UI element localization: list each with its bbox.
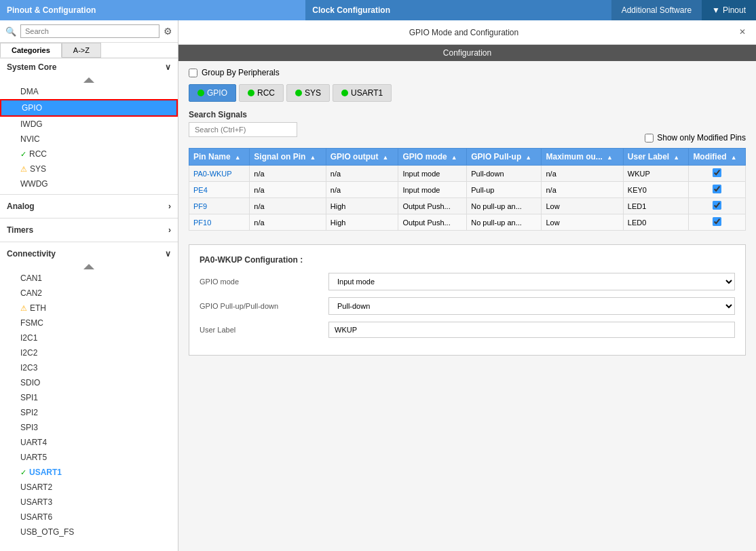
sys-label: SYS [30, 164, 46, 174]
cell-1-modified[interactable] [689, 182, 746, 198]
sidebar-item-usb-otg[interactable]: USB_OTG_FS [0, 525, 178, 539]
table-row[interactable]: PA0-WKUPn/an/aInput modePull-downn/aWKUP [189, 166, 746, 182]
sidebar-item-can2[interactable]: CAN2 [0, 286, 178, 301]
tab-categories[interactable]: Categories [0, 43, 62, 58]
cell-2-6: LED1 [623, 198, 689, 214]
sidebar-item-dma[interactable]: DMA [0, 84, 178, 99]
user-label-input[interactable] [328, 322, 735, 338]
cell-1-1: n/a [250, 182, 326, 198]
search-signals-label: Search Signals [189, 110, 297, 119]
cell-3-modified[interactable] [689, 214, 746, 231]
th-signal[interactable]: Signal on Pin ▲ [250, 149, 326, 166]
cell-0-2: n/a [326, 166, 398, 182]
gpio-mode-select[interactable]: Input modeOutput Push-PullOutput Open-Dr… [328, 273, 735, 290]
sidebar-item-uart5[interactable]: UART5 [0, 450, 178, 465]
sidebar-item-rcc[interactable]: ✓ RCC [0, 147, 178, 162]
config-area: Group By Peripherals GPIO RCC SYS [178, 61, 756, 551]
sidebar-item-eth[interactable]: ⚠ ETH [0, 301, 178, 316]
search-signals-input[interactable] [189, 122, 297, 137]
sidebar-item-i2c2[interactable]: I2C2 [0, 345, 178, 360]
cell-2-3: Output Push... [398, 198, 467, 214]
cell-1-5: n/a [542, 182, 623, 198]
cell-2-2: High [326, 198, 398, 214]
divider-1 [0, 194, 178, 195]
th-gpio-mode[interactable]: GPIO mode ▲ [398, 149, 467, 166]
cell-3-0: PF10 [189, 214, 250, 231]
sort-arrow-gpio-output: ▲ [382, 154, 388, 161]
sidebar-item-gpio[interactable]: GPIO [0, 99, 178, 117]
i2c3-label: I2C3 [20, 363, 37, 373]
sidebar-item-sys[interactable]: ⚠ SYS [0, 162, 178, 176]
i2c1-label: I2C1 [20, 333, 37, 343]
gpio-tabs-row: GPIO RCC SYS USART1 [189, 84, 746, 102]
section-system-core-header[interactable]: System Core ∨ [0, 58, 178, 76]
system-core-label: System Core [7, 62, 56, 72]
section-connectivity-header[interactable]: Connectivity ∨ [0, 245, 178, 263]
sidebar-item-usart3[interactable]: USART3 [0, 495, 178, 510]
tab-rcc[interactable]: RCC [239, 84, 284, 102]
sidebar-item-nvic[interactable]: NVIC [0, 132, 178, 147]
tab-az[interactable]: A->Z [62, 43, 101, 58]
sidebar-item-can1[interactable]: CAN1 [0, 271, 178, 286]
scroll-up-btn[interactable] [0, 76, 178, 84]
table-row[interactable]: PF10n/aHighOutput Push...No pull-up an..… [189, 214, 746, 231]
gear-icon[interactable]: ⚙ [164, 26, 172, 37]
sidebar-item-usart2[interactable]: USART2 [0, 480, 178, 495]
tab-gpio[interactable]: GPIO [189, 84, 236, 102]
left-title-text: Pinout & Configuration [7, 5, 96, 15]
sidebar-item-uart4[interactable]: UART4 [0, 435, 178, 450]
th-pin-name[interactable]: Pin Name ▲ [189, 149, 250, 166]
table-row[interactable]: PF9n/aHighOutput Push...No pull-up an...… [189, 198, 746, 214]
th-user-label[interactable]: User Label ▲ [623, 149, 689, 166]
th-max-output[interactable]: Maximum ou... ▲ [542, 149, 623, 166]
dma-label: DMA [20, 87, 39, 96]
sort-arrow-max-output: ▲ [607, 154, 613, 161]
pinout-btn[interactable]: ▼ Pinout [702, 0, 756, 20]
gpio-pull-label: GPIO Pull-up/Pull-down [200, 302, 322, 310]
tab-sys[interactable]: SYS [286, 84, 330, 102]
th-gpio-output[interactable]: GPIO output ▲ [326, 149, 398, 166]
table-row[interactable]: PE4n/an/aInput modePull-upn/aKEY0 [189, 182, 746, 198]
sidebar-item-fsmc[interactable]: FSMC [0, 316, 178, 330]
cell-2-modified[interactable] [689, 198, 746, 214]
chevron-right-icon-timers: › [168, 225, 171, 235]
modified-checkbox-0[interactable] [713, 168, 721, 177]
sidebar-item-usart1[interactable]: ✓ USART1 [0, 465, 178, 480]
right-title-text: Clock Configuration [312, 5, 390, 15]
show-modified-checkbox[interactable] [645, 134, 654, 142]
sidebar-item-spi3[interactable]: SPI3 [0, 420, 178, 435]
scroll-up-arrow-connectivity [83, 264, 94, 269]
sidebar-item-wwdg[interactable]: WWDG [0, 176, 178, 191]
sidebar-item-spi1[interactable]: SPI1 [0, 390, 178, 405]
close-icon[interactable]: ✕ [739, 27, 746, 37]
section-timers-header[interactable]: Timers › [0, 221, 178, 239]
scroll-up-btn-connectivity[interactable] [0, 263, 178, 271]
sidebar-item-i2c1[interactable]: I2C1 [0, 330, 178, 345]
sidebar-item-usart6[interactable]: USART6 [0, 510, 178, 525]
section-analog-header[interactable]: Analog › [0, 197, 178, 215]
tab-usart1[interactable]: USART1 [333, 84, 392, 102]
sidebar-item-iwdg[interactable]: IWDG [0, 117, 178, 132]
cell-2-1: n/a [250, 198, 326, 214]
signals-table: Pin Name ▲ Signal on Pin ▲ GPIO output ▲ [189, 148, 746, 231]
modified-checkbox-1[interactable] [713, 185, 721, 193]
show-modified-row: Show only Modified Pins [645, 133, 746, 142]
warning-icon-sys: ⚠ [20, 165, 27, 174]
search-input[interactable] [20, 24, 159, 38]
th-modified[interactable]: Modified ▲ [689, 149, 746, 166]
group-by-row: Group By Peripherals [189, 68, 746, 77]
sidebar-item-spi2[interactable]: SPI2 [0, 405, 178, 420]
group-by-checkbox[interactable] [189, 69, 197, 77]
th-gpio-pull[interactable]: GPIO Pull-up ▲ [467, 149, 542, 166]
search-icon: 🔍 [5, 26, 16, 37]
additional-software-btn[interactable]: Additional Software [611, 0, 702, 20]
spi1-label: SPI1 [20, 393, 38, 402]
cell-0-modified[interactable] [689, 166, 746, 182]
sidebar-item-sdio[interactable]: SDIO [0, 375, 178, 390]
config-header: Configuration [178, 45, 756, 61]
sidebar-item-i2c3[interactable]: I2C3 [0, 360, 178, 375]
modified-checkbox-3[interactable] [713, 217, 721, 226]
iwdg-label: IWDG [20, 119, 43, 129]
gpio-pull-select[interactable]: No pull-up and no pull-downPull-upPull-d… [328, 297, 735, 315]
modified-checkbox-2[interactable] [713, 201, 721, 210]
